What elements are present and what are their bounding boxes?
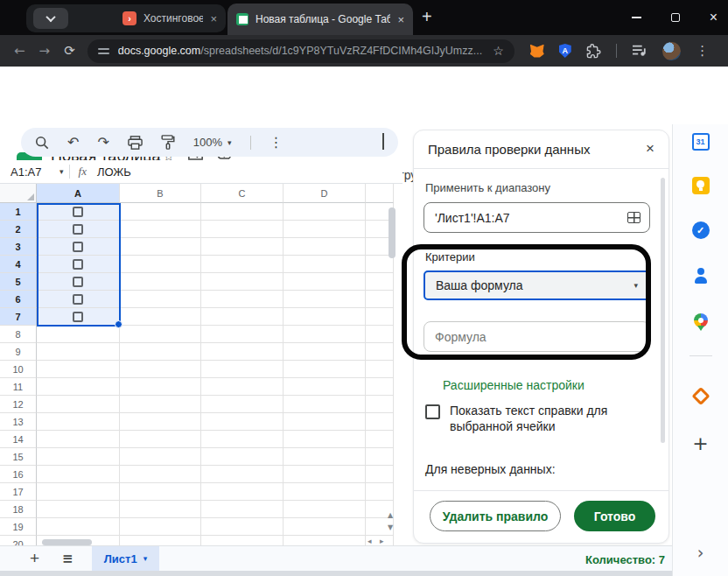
grid-cell[interactable] <box>37 413 120 431</box>
column-header[interactable]: A <box>37 184 120 203</box>
panel-close-icon[interactable]: × <box>646 140 654 158</box>
grid-cell[interactable] <box>201 203 284 221</box>
grid-cell[interactable] <box>37 203 120 221</box>
grid-cell[interactable] <box>366 466 394 483</box>
select-all-corner[interactable] <box>0 184 37 203</box>
grid-cell[interactable] <box>201 326 284 343</box>
cell-checkbox[interactable] <box>73 277 83 287</box>
grid-cell[interactable] <box>37 221 120 238</box>
tab-close-icon[interactable]: × <box>397 13 404 26</box>
grid-cell[interactable] <box>120 203 201 221</box>
grid-cell[interactable] <box>284 238 366 256</box>
grid-cell[interactable] <box>120 238 201 256</box>
all-sheets-menu-icon[interactable]: ≡ <box>62 551 73 566</box>
grid-cell[interactable] <box>284 343 366 361</box>
grid-cell[interactable] <box>120 431 201 448</box>
grid-cell[interactable] <box>366 256 394 273</box>
column-header[interactable] <box>366 184 394 203</box>
spreadsheet-grid[interactable]: ABCD1234567891011121314151617181920 <box>0 184 396 545</box>
grid-cell[interactable] <box>120 326 201 343</box>
grid-cell[interactable] <box>201 536 284 545</box>
row-header[interactable]: 8 <box>0 326 37 343</box>
grid-cell[interactable] <box>284 483 366 501</box>
sheet-tab-active[interactable]: Лист1 ▾ <box>92 546 159 571</box>
grid-cell[interactable] <box>120 221 201 238</box>
row-header[interactable]: 14 <box>0 431 37 448</box>
grid-cell[interactable] <box>284 518 366 536</box>
horizontal-scrollbar[interactable] <box>42 539 92 545</box>
tab-close-icon[interactable]: × <box>210 12 217 25</box>
grid-cell[interactable] <box>120 396 201 413</box>
panel-scrollbar[interactable] <box>661 178 665 443</box>
grid-cell[interactable] <box>284 273 366 291</box>
grid-cell[interactable] <box>366 343 394 361</box>
grid-cell[interactable] <box>37 518 120 536</box>
grid-cell[interactable] <box>201 361 284 378</box>
grid-cell[interactable] <box>37 431 120 448</box>
grid-cell[interactable] <box>201 396 284 413</box>
grid-cell[interactable] <box>284 291 366 308</box>
grid-cell[interactable] <box>120 361 201 378</box>
formula-input[interactable]: ЛОЖЬ <box>97 165 131 179</box>
grid-cell[interactable] <box>37 273 120 291</box>
minimize-button[interactable] <box>632 17 641 18</box>
grid-cell[interactable] <box>284 536 366 545</box>
count-status[interactable]: Количество: 7 <box>585 553 665 566</box>
grid-cell[interactable] <box>284 256 366 273</box>
maximize-button[interactable] <box>671 13 680 22</box>
grid-cell[interactable] <box>120 413 201 431</box>
grid-cell[interactable] <box>366 413 394 431</box>
grid-cell[interactable] <box>120 466 201 483</box>
grid-cell[interactable] <box>37 308 120 326</box>
name-box[interactable]: A1:A7 <box>0 165 60 179</box>
browser-tab-inactive[interactable]: › Хостинговое сообщество «Tim × <box>114 4 226 32</box>
metamask-extension-icon[interactable] <box>530 45 544 58</box>
browser-tab-active[interactable]: Новая таблица - Google Табли × <box>228 4 413 35</box>
row-header[interactable]: 17 <box>0 483 37 501</box>
paint-format-icon[interactable] <box>161 135 175 150</box>
row-header[interactable]: 18 <box>0 501 37 518</box>
grid-cell[interactable] <box>201 413 284 431</box>
grid-cell[interactable] <box>366 448 394 466</box>
criteria-dropdown[interactable]: Ваша формула ▾ <box>424 270 650 300</box>
row-header[interactable]: 4 <box>0 256 37 273</box>
hide-side-panel-icon[interactable]: › <box>697 543 704 562</box>
grid-cell[interactable] <box>201 448 284 466</box>
grid-cell[interactable] <box>366 326 394 343</box>
grid-cell[interactable] <box>201 431 284 448</box>
redo-icon[interactable]: ↷ <box>97 134 108 151</box>
grid-cell[interactable] <box>284 361 366 378</box>
more-options-icon[interactable]: ⋮ <box>270 134 284 151</box>
column-header[interactable]: B <box>120 184 201 203</box>
help-text-checkbox[interactable] <box>425 404 440 419</box>
grid-cell[interactable] <box>201 238 284 256</box>
grid-cell[interactable] <box>120 501 201 518</box>
grid-cell[interactable] <box>284 466 366 483</box>
grid-cell[interactable] <box>37 361 120 378</box>
zoom-control[interactable]: 100% ▾ <box>193 136 232 149</box>
undo-icon[interactable]: ↶ <box>67 134 79 151</box>
grid-cell[interactable] <box>366 308 394 326</box>
grid-cell[interactable] <box>37 466 120 483</box>
add-sheet-button[interactable]: + <box>30 549 39 568</box>
grid-cell[interactable] <box>201 256 284 273</box>
row-header[interactable]: 12 <box>0 396 37 413</box>
row-header[interactable]: 20 <box>0 536 37 545</box>
url-bar[interactable]: docs.google.com/spreadsheets/d/1c9YP8YTu… <box>88 39 514 63</box>
grid-cell[interactable] <box>201 501 284 518</box>
shield-extension-icon[interactable]: A <box>559 44 571 58</box>
grid-cell[interactable] <box>201 221 284 238</box>
search-icon[interactable] <box>35 136 49 150</box>
advanced-settings-link[interactable]: Расширенные настройки <box>443 378 584 392</box>
row-header[interactable]: 5 <box>0 273 37 291</box>
grid-cell[interactable] <box>284 221 366 238</box>
grid-cell[interactable] <box>201 308 284 326</box>
browser-profile-avatar[interactable] <box>662 42 681 60</box>
row-header[interactable]: 9 <box>0 343 37 361</box>
column-header[interactable]: C <box>201 184 284 203</box>
get-addons-button[interactable]: + <box>692 432 708 454</box>
grid-cell[interactable] <box>201 273 284 291</box>
grid-cell[interactable] <box>37 378 120 396</box>
delete-rule-button[interactable]: Удалить правило <box>430 501 561 531</box>
cell-checkbox[interactable] <box>73 224 83 235</box>
